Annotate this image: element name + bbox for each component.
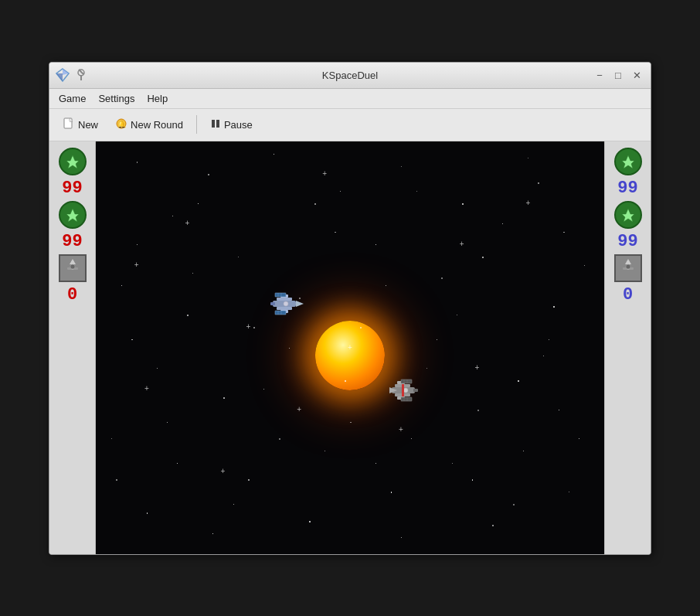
app-icon-pin: [74, 68, 88, 82]
title-bar: KSpaceDuel − □ ✕: [49, 63, 651, 89]
svg-marker-21: [296, 301, 304, 307]
menu-game[interactable]: Game: [53, 91, 92, 106]
bright-star: +: [297, 406, 301, 414]
main-window: KSpaceDuel − □ ✕ Game Settings Help New: [49, 62, 651, 555]
window-controls: − □ ✕: [592, 67, 644, 83]
new-round-icon: 🔔: [115, 117, 127, 132]
bright-star: +: [185, 220, 190, 227]
game-canvas: ++++++++++++: [96, 141, 604, 554]
svg-rect-10: [212, 120, 215, 128]
game-area: 99 99 0: [49, 141, 651, 554]
left-shield-1: 99: [53, 179, 92, 198]
bright-star: +: [399, 426, 403, 434]
right-score: 0: [623, 285, 633, 305]
bright-star: +: [525, 199, 530, 207]
new-button[interactable]: New: [56, 114, 105, 136]
bright-star: +: [134, 261, 139, 269]
svg-marker-12: [66, 155, 79, 168]
bright-star: +: [348, 344, 352, 352]
title-bar-icons: [56, 68, 88, 82]
minimize-button[interactable]: −: [592, 67, 607, 83]
right-energy-icon-1: [614, 148, 642, 175]
pause-label: Pause: [224, 119, 253, 131]
left-panel: 99 99 0: [49, 141, 96, 554]
pause-button[interactable]: Pause: [203, 114, 260, 135]
svg-marker-13: [66, 209, 79, 222]
svg-rect-41: [413, 389, 418, 392]
svg-point-26: [284, 301, 288, 306]
menu-settings[interactable]: Settings: [92, 91, 141, 106]
window-title: KSpaceDuel: [322, 70, 378, 81]
svg-rect-11: [216, 120, 219, 128]
toolbar-separator: [196, 115, 197, 134]
left-ship-icon: [59, 254, 87, 282]
new-icon: [63, 117, 75, 132]
bright-star: +: [144, 385, 149, 393]
right-ship-icon: [614, 254, 642, 282]
svg-marker-52: [625, 259, 631, 264]
bright-star: +: [460, 240, 464, 248]
right-energy-icon-2: [614, 201, 642, 229]
menu-bar: Game Settings Help: [49, 89, 651, 109]
svg-rect-42: [402, 384, 404, 396]
toolbar: New 🔔 New Round Pause: [49, 109, 651, 141]
bright-star: +: [246, 323, 250, 331]
svg-rect-27: [270, 302, 275, 305]
svg-point-56: [626, 264, 630, 269]
bright-star: +: [221, 468, 226, 475]
right-shield-1: 99: [608, 179, 647, 198]
pause-icon: [210, 118, 221, 131]
svg-marker-50: [622, 209, 634, 222]
svg-marker-18: [70, 270, 76, 274]
svg-rect-44: [401, 397, 412, 401]
svg-rect-6: [64, 118, 72, 128]
app-icon-diamond: [56, 68, 70, 82]
new-round-button[interactable]: 🔔 New Round: [108, 114, 190, 136]
svg-rect-28: [275, 293, 286, 297]
sun: [315, 321, 385, 390]
svg-marker-55: [625, 270, 631, 274]
svg-marker-15: [70, 259, 76, 264]
left-score: 0: [67, 285, 77, 305]
menu-help[interactable]: Help: [141, 91, 174, 106]
right-shield-2: 99: [608, 232, 647, 251]
bright-star: +: [322, 170, 327, 178]
svg-marker-49: [622, 155, 634, 168]
spacecraft-red: [386, 376, 424, 407]
left-energy-icon-2: [59, 201, 87, 229]
svg-rect-43: [401, 379, 412, 383]
new-round-label: New Round: [131, 119, 183, 131]
right-panel: 99 99 0: [604, 141, 651, 554]
svg-text:🔔: 🔔: [117, 120, 127, 129]
new-label: New: [78, 119, 98, 131]
left-energy-icon-1: [59, 148, 87, 175]
spacecraft-blue: [269, 290, 308, 321]
svg-rect-22: [277, 298, 292, 301]
close-button[interactable]: ✕: [629, 67, 644, 83]
left-shield-2: 99: [53, 232, 92, 251]
svg-rect-29: [275, 311, 286, 315]
svg-point-19: [70, 264, 75, 269]
maximize-button[interactable]: □: [610, 67, 626, 83]
bright-star: +: [475, 364, 480, 372]
svg-rect-23: [277, 307, 292, 310]
